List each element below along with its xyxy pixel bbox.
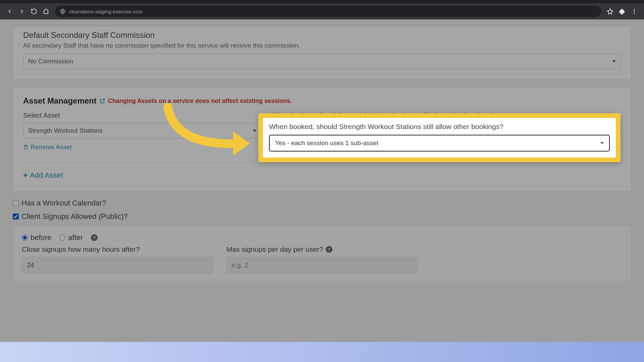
page-content: Default Secondary Staff Commission All s… — [0, 19, 644, 362]
after-radio[interactable] — [59, 235, 65, 241]
remove-asset-label: Remove Asset — [31, 143, 72, 151]
select-asset-dropdown[interactable]: Strength Workout Stations — [23, 123, 261, 139]
client-signups-row: Client Signups Allowed (Public)? — [13, 212, 631, 221]
timing-after-option[interactable]: after — [59, 233, 83, 242]
client-signups-label: Client Signups Allowed (Public)? — [21, 212, 128, 221]
workout-calendar-label: Has a Workout Calendar? — [21, 199, 106, 207]
reload-button[interactable] — [30, 8, 38, 15]
browser-toolbar: cleandemo.staging.exercise.com — [0, 3, 644, 19]
commission-select-value: No Commission — [28, 58, 73, 65]
chevron-down-icon — [253, 130, 256, 132]
timing-before-option[interactable]: before — [22, 233, 51, 242]
select-asset-value: Strength Workout Stations — [28, 127, 102, 134]
back-button[interactable] — [6, 8, 13, 15]
before-radio[interactable] — [22, 235, 28, 241]
svg-point-1 — [634, 9, 635, 10]
globe-icon — [60, 8, 66, 14]
url-text: cleandemo.staging.exercise.com — [69, 9, 142, 14]
select-asset-label: Select Asset — [23, 112, 261, 119]
svg-point-3 — [634, 13, 635, 14]
help-icon[interactable]: ? — [91, 234, 98, 241]
client-signups-checkbox[interactable] — [13, 214, 19, 220]
commission-subtitle: All secondary Staff that have no commiss… — [23, 42, 621, 49]
help-icon[interactable]: ? — [326, 246, 332, 253]
chevron-down-icon — [612, 60, 616, 62]
asset-section-title: Asset Management — [23, 96, 97, 106]
close-signups-label: Close signups how many hours after? — [22, 245, 213, 253]
svg-point-2 — [634, 11, 635, 12]
remove-asset-link[interactable]: Remove Asset — [23, 143, 72, 151]
highlight-booking-select[interactable]: Yes - each session uses 1 sub-asset — [269, 135, 610, 152]
booking-allow-value: Yes - each session uses 1 sub-asset — [276, 127, 380, 134]
workout-calendar-checkbox[interactable] — [13, 200, 19, 206]
asset-warning: Changing Assets on a service does not af… — [108, 98, 292, 105]
highlight-booking-value: Yes - each session uses 1 sub-asset — [275, 139, 378, 147]
add-asset-link[interactable]: + Add Asset — [23, 171, 63, 180]
extensions-icon[interactable] — [619, 8, 626, 15]
before-label: before — [31, 233, 51, 242]
trash-icon — [23, 144, 29, 150]
external-link-icon[interactable] — [99, 98, 105, 104]
workout-calendar-row: Has a Workout Calendar? — [13, 199, 631, 207]
star-icon[interactable] — [606, 8, 614, 15]
forward-button[interactable] — [18, 8, 25, 15]
max-signups-input[interactable] — [226, 257, 418, 274]
chevron-down-icon — [600, 142, 604, 144]
menu-icon[interactable] — [631, 8, 638, 15]
address-bar[interactable]: cleandemo.staging.exercise.com — [55, 6, 601, 17]
add-asset-label: Add Asset — [30, 171, 63, 180]
booking-question-label: When booked, should Strength Workout Sta… — [271, 112, 621, 119]
signup-panel: before after ? Close signups how many ho… — [13, 226, 631, 281]
bottom-decorative-strip — [0, 342, 644, 362]
after-label: after — [68, 233, 83, 242]
commission-title: Default Secondary Staff Commission — [23, 31, 621, 40]
max-signups-label: Max signups per day per user? — [226, 245, 323, 253]
divider — [23, 163, 621, 163]
commission-card: Default Secondary Staff Commission All s… — [13, 26, 631, 80]
home-button[interactable] — [42, 8, 50, 15]
close-signups-input[interactable] — [22, 257, 213, 274]
chevron-down-icon — [612, 130, 616, 132]
commission-select[interactable]: No Commission — [23, 53, 621, 69]
plus-icon: + — [23, 171, 28, 179]
tab-strip — [0, 0, 644, 3]
